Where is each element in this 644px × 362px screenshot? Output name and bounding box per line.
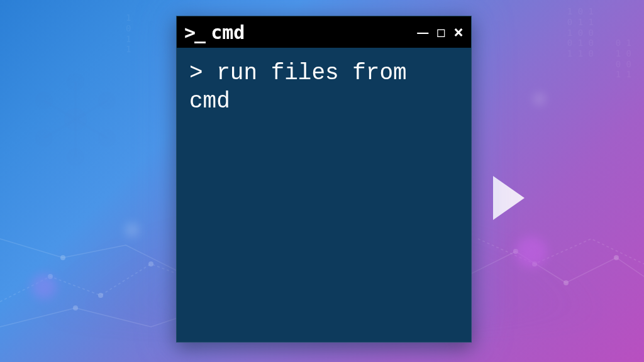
command-text: run files from cmd: [189, 60, 420, 114]
window-controls: – □ ×: [417, 23, 464, 41]
title-bar[interactable]: >_ cmd – □ ×: [177, 16, 471, 48]
svg-marker-22: [493, 176, 525, 220]
maximize-button[interactable]: □: [437, 26, 445, 38]
terminal-body[interactable]: > run files from cmd: [177, 48, 471, 342]
svg-point-19: [614, 255, 619, 260]
window-title: cmd: [211, 21, 411, 43]
terminal-content: > run files from cmd: [189, 59, 458, 116]
terminal-icon: >_: [184, 21, 204, 43]
close-button[interactable]: ×: [453, 24, 464, 40]
svg-point-15: [148, 261, 153, 266]
triangle-decoration: [493, 176, 531, 220]
svg-point-16: [60, 255, 65, 260]
prompt-symbol: >: [189, 60, 203, 86]
svg-point-21: [73, 305, 78, 310]
terminal-window: >_ cmd – □ × > run files from cmd: [176, 16, 472, 343]
svg-point-14: [98, 293, 103, 298]
minimize-button[interactable]: –: [417, 23, 428, 41]
svg-point-18: [564, 280, 569, 285]
